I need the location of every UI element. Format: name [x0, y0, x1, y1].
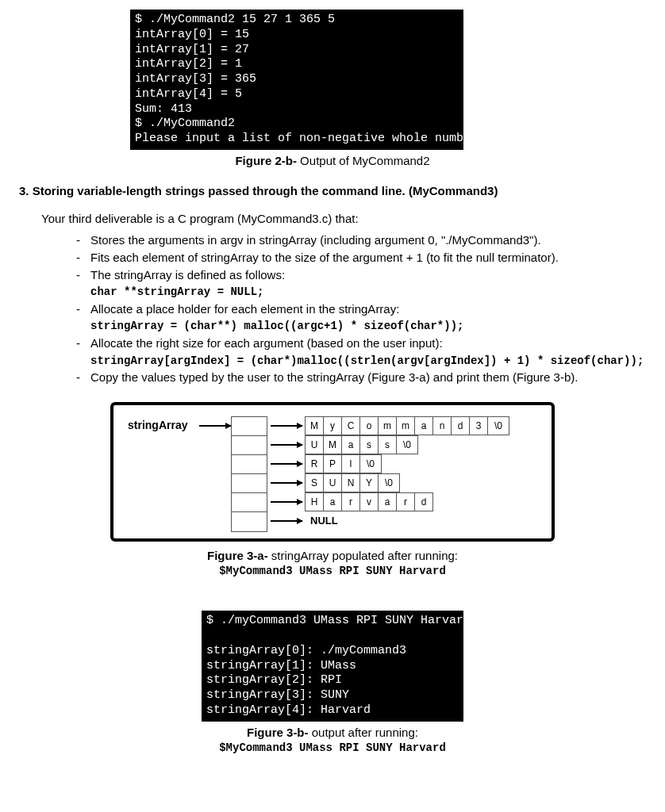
terminal-output-mycommand2: $ ./MyCommand2 15 27 1 365 5 intArray[0]…	[130, 10, 463, 150]
string-row: UMass\0	[267, 435, 509, 454]
char-cell: r	[396, 492, 415, 511]
char-cell: 3	[469, 416, 488, 435]
null-row: NULL	[267, 511, 509, 530]
figure-3a-command: $MyCommand3 UMass RPI SUNY Harvard	[19, 564, 646, 579]
char-cell: n	[432, 416, 452, 435]
terminal-output-mycommand3: $ ./myCommand3 UMass RPI SUNY Harvard st…	[202, 611, 463, 721]
bullet-3-code: char **stringArray = NULL;	[90, 285, 263, 298]
char-cell: v	[359, 492, 379, 511]
char-cell: a	[323, 492, 342, 511]
string-rows: MyCommand3\0UMass\0RPI\0SUNY\0HarvardNUL…	[267, 416, 509, 530]
pointer-slot	[232, 493, 267, 512]
char-cells: UMass\0	[306, 435, 418, 454]
bullet-1-text: Stores the arguments in argv in stringAr…	[90, 233, 541, 247]
bullet-3: The stringArray is defined as follows: c…	[76, 267, 646, 300]
char-cell: d	[451, 416, 470, 435]
char-cell: m	[378, 416, 397, 435]
string-row: Harvard	[267, 492, 509, 511]
figure-3b-command: $MyCommand3 UMass RPI SUNY Harvard	[19, 741, 646, 756]
null-label: NULL	[310, 514, 338, 528]
string-row: SUNY\0	[267, 473, 509, 492]
char-cell: d	[414, 492, 433, 511]
arrow-icon	[271, 425, 302, 427]
char-cell: M	[305, 416, 324, 435]
figure-3a-diagram: stringArray MyCommand3\0UMass\0RPI\0SUNY…	[110, 402, 555, 542]
figure-2b-label: Figure 2-b-	[235, 154, 297, 167]
char-cell: \0	[378, 473, 400, 492]
char-cell: a	[378, 492, 397, 511]
char-cells: RPI\0	[306, 454, 382, 473]
bullet-6-text: Copy the values typed by the user to the…	[90, 370, 578, 384]
figure-3a-label: Figure 3-a-	[207, 549, 268, 562]
string-row: MyCommand3\0	[267, 416, 509, 435]
char-cell: r	[341, 492, 360, 511]
char-cell: P	[323, 454, 342, 473]
char-cell: a	[341, 435, 360, 454]
bullet-3-text: The stringArray is defined as follows:	[90, 268, 285, 282]
bullet-4-code: stringArray = (char**) malloc((argc+1) *…	[90, 320, 463, 332]
figure-3b-text: output after running:	[309, 726, 418, 739]
section-3-bullets: Stores the arguments in argv in stringAr…	[19, 232, 646, 386]
char-cell: N	[341, 473, 360, 492]
char-cell: R	[305, 454, 324, 473]
figure-3b-caption: Figure 3-b- output after running:	[19, 725, 646, 741]
bullet-4: Allocate a place holder for each element…	[76, 301, 646, 334]
pointer-slot	[232, 512, 267, 531]
figure-3a-caption: Figure 3-a- stringArray populated after …	[19, 548, 646, 564]
pointer-slot	[232, 455, 267, 474]
char-cell: s	[378, 435, 397, 454]
char-cell: U	[305, 435, 324, 454]
char-cell: I	[341, 454, 360, 473]
char-cells: SUNY\0	[306, 473, 400, 492]
pointer-slot	[232, 417, 267, 436]
bullet-2-text: Fits each element of stringArray to the …	[90, 251, 559, 264]
char-cell: y	[323, 416, 342, 435]
char-cell: Y	[359, 473, 379, 492]
arrow-icon	[271, 501, 302, 503]
bullet-1: Stores the arguments in argv in stringAr…	[76, 232, 646, 248]
char-cell: o	[359, 416, 379, 435]
char-cell: m	[396, 416, 415, 435]
bullet-4-text: Allocate a place holder for each element…	[90, 302, 399, 316]
char-cell: M	[323, 435, 342, 454]
bullet-5: Allocate the right size for each argumen…	[76, 335, 646, 368]
char-cell: S	[305, 473, 324, 492]
section-3-intro: Your third deliverable is a C program (M…	[41, 211, 646, 227]
bullet-5-code: stringArray[argIndex] = (char*)malloc((s…	[90, 354, 644, 367]
pointer-array	[231, 416, 267, 532]
char-cell: H	[305, 492, 324, 511]
figure-2b-text: Output of MyCommand2	[297, 154, 430, 167]
arrow-icon	[271, 482, 302, 484]
char-cell: \0	[396, 435, 418, 454]
bullet-5-text: Allocate the right size for each argumen…	[90, 336, 443, 350]
char-cell: s	[359, 435, 379, 454]
pointer-slot	[232, 474, 267, 493]
char-cell: a	[414, 416, 433, 435]
arrow-icon	[271, 444, 302, 446]
section-3-heading: 3. Storing variable-length strings passe…	[19, 183, 646, 199]
char-cell: C	[341, 416, 360, 435]
arrow-icon	[271, 520, 302, 522]
char-cell: \0	[487, 416, 509, 435]
pointer-slot	[232, 436, 267, 455]
bullet-6: Copy the values typed by the user to the…	[76, 370, 646, 385]
char-cells: Harvard	[306, 492, 433, 511]
figure-3b-label: Figure 3-b-	[247, 726, 309, 739]
arrow-icon	[199, 425, 231, 427]
arrow-icon	[271, 463, 302, 465]
char-cell: U	[323, 473, 342, 492]
figure-2b-caption: Figure 2-b- Output of MyCommand2	[19, 153, 646, 169]
bullet-2: Fits each element of stringArray to the …	[76, 250, 646, 266]
string-row: RPI\0	[267, 454, 509, 473]
char-cell: \0	[359, 454, 382, 473]
char-cells: MyCommand3\0	[306, 416, 509, 435]
diagram-pointer-label: stringArray	[128, 418, 199, 433]
figure-3a-text: stringArray populated after running:	[268, 549, 458, 562]
